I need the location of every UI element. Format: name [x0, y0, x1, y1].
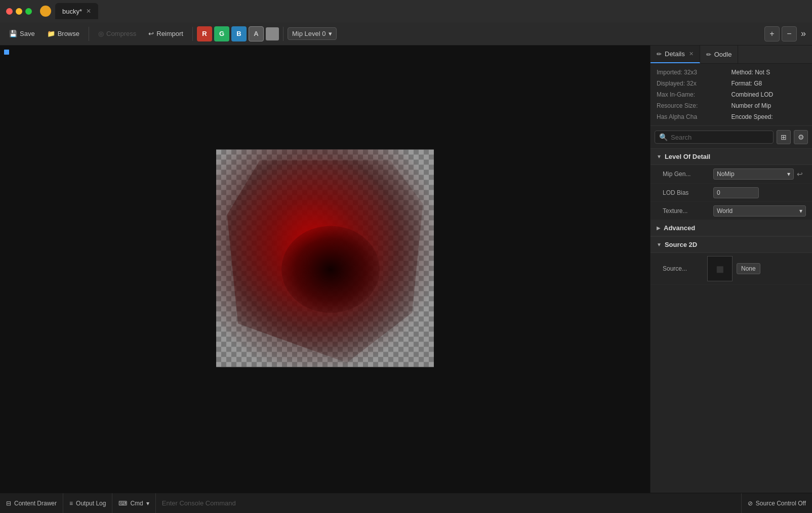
- save-button[interactable]: 💾 Save: [4, 26, 40, 42]
- maximize-button[interactable]: [25, 8, 32, 15]
- panel-tabs: ✏ Details ✕ ✏ Oodle: [651, 46, 812, 64]
- search-input-wrap[interactable]: 🔍: [655, 131, 774, 144]
- gear-icon: ⚙: [798, 133, 804, 141]
- content-drawer-button[interactable]: ⊟ Content Drawer: [0, 493, 63, 513]
- reset-icon: ↩: [797, 170, 803, 178]
- details-tab-close[interactable]: ✕: [689, 51, 694, 57]
- lodbias-input[interactable]: [717, 189, 755, 196]
- source2d-section-title: Source 2D: [665, 241, 697, 248]
- settings-button[interactable]: ⚙: [794, 130, 808, 144]
- source-label: Source...: [663, 265, 703, 272]
- tab-label: bucky*: [62, 8, 82, 15]
- checker-background: [216, 150, 434, 367]
- more-options-button[interactable]: »: [799, 26, 808, 41]
- mip-level-selector[interactable]: Mip Level 0 ▾: [288, 27, 337, 40]
- compress-button[interactable]: ◎ Compress: [93, 26, 141, 42]
- tab-bucky[interactable]: bucky* ✕: [55, 3, 98, 19]
- tab-oodle[interactable]: ✏ Oodle: [700, 46, 739, 63]
- cmd-label: Cmd: [130, 500, 143, 507]
- alpha-swatch: [266, 27, 279, 40]
- lodbias-value: [713, 187, 806, 198]
- channel-r-button[interactable]: R: [197, 26, 212, 41]
- lodbias-label: LOD Bias: [663, 189, 713, 196]
- toolbar: 💾 Save 📁 Browse ◎ Compress ↩ Reimport R …: [0, 22, 812, 46]
- reimport-button[interactable]: ↩ Reimport: [143, 26, 188, 42]
- subtract-button[interactable]: −: [782, 26, 797, 41]
- lod-collapse-icon: ▼: [657, 154, 662, 159]
- no-entry-icon: ⊘: [748, 500, 753, 507]
- info-method-value: Method: Not S: [732, 68, 806, 77]
- right-panel: ✏ Details ✕ ✏ Oodle Imported: 32x3 Metho…: [650, 46, 812, 493]
- prop-row-source: Source... ◼ None: [651, 253, 812, 285]
- title-bar: bucky* ✕: [0, 0, 812, 22]
- texturegroup-label: Texture...: [663, 207, 713, 215]
- pencil-icon: ✏: [657, 51, 662, 58]
- channel-a-button[interactable]: A: [249, 26, 264, 41]
- console-input-area[interactable]: [156, 493, 741, 513]
- advanced-section-title: Advanced: [664, 224, 695, 232]
- grid-icon: ⊞: [781, 133, 787, 141]
- mipgen-reset-button[interactable]: ↩: [794, 168, 806, 180]
- mipgen-select[interactable]: NoMip ▾: [713, 168, 794, 180]
- oodle-tab-label: Oodle: [714, 51, 732, 58]
- source-thumbnail: ◼: [707, 256, 733, 281]
- console-input[interactable]: [162, 499, 735, 507]
- source2d-collapse-icon: ▼: [657, 242, 662, 247]
- mip-chevron-icon: ▾: [329, 30, 332, 37]
- mipgen-value: NoMip ▾: [713, 168, 794, 180]
- texturegroup-chevron-icon: ▾: [799, 207, 802, 215]
- traffic-lights: [6, 8, 32, 15]
- compress-label: Compress: [106, 30, 136, 37]
- channel-g-button[interactable]: G: [214, 26, 229, 41]
- add-button[interactable]: +: [764, 26, 780, 41]
- search-input[interactable]: [671, 134, 769, 141]
- section-source2d-header[interactable]: ▼ Source 2D: [651, 236, 812, 253]
- toolbar-divider-3: [283, 27, 283, 41]
- texture-display: [216, 150, 434, 367]
- output-log-button[interactable]: ≡ Output Log: [63, 493, 112, 513]
- texture-info-grid: Imported: 32x3 Method: Not S Displayed: …: [651, 64, 812, 126]
- texturegroup-select-value: World: [717, 207, 733, 215]
- tab-details[interactable]: ✏ Details ✕: [651, 46, 700, 63]
- minimize-button[interactable]: [16, 8, 22, 15]
- source-control-button[interactable]: ⊘ Source Control Off: [741, 493, 812, 513]
- details-tab-label: Details: [665, 50, 685, 58]
- oodle-pencil-icon: ✏: [706, 51, 711, 58]
- mipgen-select-value: NoMip: [717, 170, 735, 178]
- search-bar: 🔍 ⊞ ⚙: [651, 126, 812, 149]
- texture-viewport[interactable]: [0, 46, 650, 493]
- info-resource-label: Resource Size:: [657, 101, 732, 110]
- cmd-button[interactable]: ⌨ Cmd ▾: [112, 493, 155, 513]
- lod-section-title: Level Of Detail: [665, 153, 710, 160]
- browse-button[interactable]: 📁 Browse: [42, 26, 85, 42]
- reimport-icon: ↩: [148, 30, 154, 37]
- section-advanced-header[interactable]: ▶ Advanced: [651, 220, 812, 236]
- texturegroup-select[interactable]: World ▾: [713, 205, 806, 217]
- info-maxingame-label: Max In-Game:: [657, 90, 732, 99]
- terminal-icon: ⌨: [118, 500, 127, 507]
- tab-close-icon[interactable]: ✕: [86, 8, 91, 15]
- channel-b-button[interactable]: B: [231, 26, 247, 41]
- reimport-label: Reimport: [156, 30, 183, 37]
- prop-row-texturegroup: Texture... World ▾: [651, 202, 812, 220]
- info-imported-label: Imported: 32x3: [657, 68, 732, 77]
- info-mipcount-value: Number of Mip: [732, 101, 806, 110]
- output-log-label: Output Log: [76, 500, 106, 507]
- tab-bar: bucky* ✕: [55, 3, 806, 19]
- info-alpha-label: Has Alpha Cha: [657, 112, 732, 121]
- info-format-value: Format: G8: [732, 79, 806, 88]
- app-icon: [40, 6, 51, 17]
- section-lod-header[interactable]: ▼ Level Of Detail: [651, 149, 812, 165]
- output-log-icon: ≡: [69, 500, 73, 507]
- mip-level-label: Mip Level 0: [292, 30, 326, 37]
- close-button[interactable]: [6, 8, 13, 15]
- browse-label: Browse: [58, 30, 79, 37]
- toolbar-divider-2: [192, 27, 193, 41]
- info-displayed-label: Displayed: 32x: [657, 79, 732, 88]
- info-lod-value: Combined LOD: [732, 90, 806, 99]
- browse-icon: 📁: [47, 30, 55, 37]
- lodbias-input-wrap[interactable]: [713, 187, 759, 198]
- save-label: Save: [20, 30, 35, 37]
- grid-view-button[interactable]: ⊞: [777, 130, 791, 144]
- save-icon: 💾: [9, 30, 17, 37]
